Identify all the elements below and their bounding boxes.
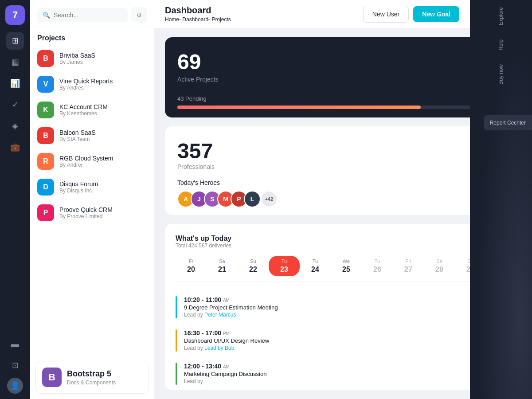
search-input[interactable] [54, 12, 122, 19]
event-item: 10:20 - 11:00 AM 9 Degree Project Estima… [176, 291, 470, 324]
project-by: By Disqus Inc. [59, 188, 98, 194]
new-goal-button[interactable]: New Goal [413, 6, 459, 22]
event-lead-link[interactable]: Peter Marcus [204, 312, 236, 318]
nav-tile-icon[interactable]: ⊡ [6, 356, 24, 374]
calendar-day[interactable]: Su 22 [238, 256, 269, 276]
nav-dashboard-icon[interactable]: ⊞ [6, 32, 24, 50]
bootstrap-sub: Docs & Components [67, 379, 116, 386]
topbar-right: New User New Goal [363, 6, 459, 23]
event-lead: Lead by Peter Marcus [184, 312, 470, 318]
user-number-badge[interactable]: 7 [5, 5, 25, 25]
calendar-day[interactable]: Sa 21 [207, 256, 238, 276]
nav-card-icon[interactable]: ▬ [6, 335, 24, 353]
project-by: By Andrei [59, 162, 113, 168]
event-title: 9 Degree Project Estimation Meeting [184, 304, 470, 311]
day-num: 22 [249, 266, 257, 274]
calendar-day[interactable]: Su 29 [455, 256, 470, 276]
event-time: 10:20 - 11:00 AM [184, 296, 470, 303]
report-center-button[interactable]: Report Cecnter [484, 115, 532, 130]
pending-section: 43 Pending 72% [177, 95, 470, 109]
day-name: Fri [406, 258, 411, 264]
nav-check-icon[interactable]: ✓ [6, 96, 24, 113]
project-item[interactable]: D Disqus Forum By Disqus Inc. [30, 174, 154, 200]
calendar-day[interactable]: Tu 23 [269, 256, 300, 276]
project-icon: R [37, 153, 54, 170]
day-name: We [343, 258, 350, 264]
event-time: 16:30 - 17:00 PM [184, 329, 470, 336]
day-num: 25 [342, 266, 350, 274]
side-tab-help[interactable]: Help [494, 32, 508, 58]
hero-avatar: L [244, 191, 261, 207]
events-list: 10:20 - 11:00 AM 9 Degree Project Estima… [176, 291, 470, 390]
project-icon: D [37, 179, 54, 196]
progress-fill [177, 106, 421, 109]
day-name: Tu [375, 258, 380, 264]
day-num: 27 [404, 266, 412, 274]
professionals-label: Professionals [177, 163, 470, 170]
day-num: 26 [373, 266, 381, 274]
heroes-avatars: AJSMPL+42 [177, 191, 470, 207]
bootstrap-card[interactable]: B Bootstrap 5 Docs & Components [35, 361, 149, 394]
nav-grid-icon[interactable]: ▦ [6, 53, 24, 71]
day-name: Sa [436, 258, 442, 264]
sidebar: 🔍 ⚙ Projects B Briviba SaaS By James V V… [30, 0, 154, 399]
nav-layers-icon[interactable]: ◈ [6, 117, 24, 135]
breadcrumb-home: Home- [165, 16, 181, 23]
calendar-day[interactable]: Tu 24 [300, 256, 331, 276]
professionals-count: 357 [177, 139, 470, 163]
active-projects-label: Active Projects [177, 76, 470, 83]
project-icon: P [37, 204, 54, 221]
day-num: 24 [311, 266, 319, 274]
heroes-section: Today's Heroes AJSMPL+42 [177, 179, 470, 207]
event-line [176, 363, 177, 385]
event-item: 16:30 - 17:00 PM Dashboard UI/UX Design … [176, 324, 470, 357]
nav-brief-icon[interactable]: 💼 [6, 138, 24, 156]
topbar-left: Dashboard Home- Dashboard- Projects [165, 5, 231, 23]
calendar-day[interactable]: Tu 26 [362, 256, 393, 276]
topbar: Dashboard Home- Dashboard- Projects New … [154, 0, 470, 28]
project-item[interactable]: B Baloon SaaS By SIA Team [30, 123, 154, 149]
breadcrumb-current: Projects [211, 16, 231, 23]
project-item[interactable]: V Vine Quick Reports By Andres [30, 71, 154, 97]
calendar-day[interactable]: Fri 27 [393, 256, 424, 276]
project-icon: V [37, 76, 54, 93]
search-box[interactable]: 🔍 [37, 8, 128, 22]
calendar-header: What's up Today Total 424,567 deliveries [176, 235, 470, 249]
nav-chart-icon[interactable]: 📊 [6, 74, 24, 92]
project-item[interactable]: R RGB Cloud System By Andrei [30, 149, 154, 174]
user-avatar[interactable]: 👤 [7, 378, 23, 394]
project-item[interactable]: B Briviba SaaS By James [30, 46, 154, 71]
day-name: Su [250, 258, 256, 264]
calendar-subtitle: Total 424,567 deliveries [176, 243, 470, 249]
project-name: Briviba SaaS [59, 52, 95, 59]
day-name: Tu [282, 258, 287, 264]
bootstrap-icon: B [42, 368, 62, 387]
side-tab-buynow[interactable]: Buy now [494, 57, 508, 92]
event-item: 12:00 - 13:40 AM Marketing Campaign Disc… [176, 357, 470, 390]
calendar-card: What's up Today Total 424,567 deliveries… [165, 224, 470, 390]
active-projects-count: 69 [177, 50, 470, 74]
project-icon: B [37, 127, 54, 144]
calendar-days: Fr 20 Sa 21 Su 22 Tu 23 Tu 24 We 25 Tu 2… [176, 256, 470, 282]
icon-bar: 7 ⊞ ▦ 📊 ✓ ◈ 💼 ▬ ⊡ 👤 [0, 0, 30, 399]
event-lead: Lead by Lead by Bob [184, 345, 470, 351]
event-lead: Lead by [184, 378, 470, 384]
side-tab-explore[interactable]: Explore [494, 0, 508, 32]
professionals-card: 357 Professionals Today's Heroes AJSMPL+… [165, 126, 470, 215]
calendar-day[interactable]: Sa 28 [424, 256, 455, 276]
breadcrumb-dashboard: Dashboard- [182, 16, 210, 23]
page-title: Dashboard [165, 5, 231, 16]
project-name: Disqus Forum [59, 180, 98, 188]
calendar-day[interactable]: We 25 [331, 256, 362, 276]
new-user-button[interactable]: New User [363, 6, 409, 23]
event-lead-link[interactable]: Lead by Bob [204, 345, 234, 351]
calendar-day[interactable]: Fr 20 [176, 256, 207, 276]
event-line [176, 296, 177, 318]
project-by: By Andres [59, 85, 113, 91]
project-by: By Proove Limited [59, 213, 113, 219]
filter-button[interactable]: ⚙ [131, 7, 147, 23]
project-item[interactable]: P Proove Quick CRM By Proove Limited [30, 200, 154, 226]
project-name: RGB Cloud System [59, 155, 113, 162]
project-name: Proove Quick CRM [59, 206, 113, 213]
project-item[interactable]: K KC Account CRM By Keenthemes [30, 97, 154, 123]
